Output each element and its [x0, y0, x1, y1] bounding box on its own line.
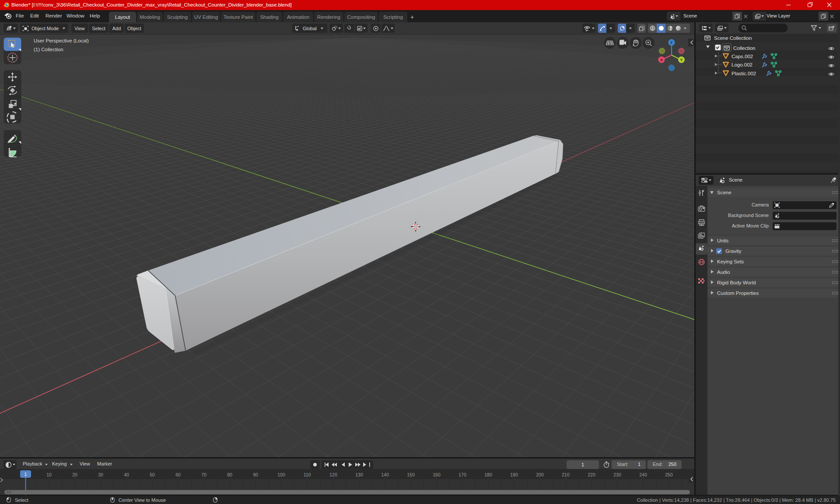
svg-text:Plastic.002: Plastic.002 [732, 71, 756, 76]
svg-text:Gravity: Gravity [725, 248, 742, 254]
svg-text:Keying Sets: Keying Sets [717, 259, 744, 264]
svg-text:Audio: Audio [717, 270, 730, 275]
svg-text:(1) Collection: (1) Collection [34, 47, 63, 52]
svg-text:Z: Z [670, 40, 673, 45]
svg-text:Collection: Collection [733, 46, 756, 51]
svg-text:Custom Properties: Custom Properties [717, 290, 759, 296]
svg-text:Scene: Scene [717, 190, 732, 195]
svg-text:Caps.002: Caps.002 [732, 54, 753, 59]
svg-text:Y: Y [680, 57, 683, 62]
svg-text:Logo.002: Logo.002 [732, 62, 752, 67]
svg-text:X: X [660, 57, 663, 62]
svg-text:Scene Collection: Scene Collection [714, 35, 752, 41]
svg-text:Units: Units [717, 238, 728, 243]
svg-text:User Perspective (Local): User Perspective (Local) [34, 38, 89, 43]
svg-text:Rigid Body World: Rigid Body World [717, 280, 756, 285]
